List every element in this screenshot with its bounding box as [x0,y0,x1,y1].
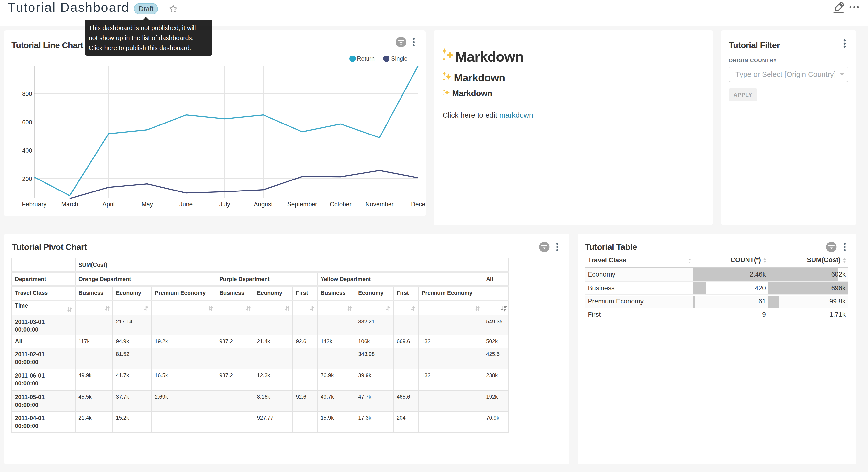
svg-text:August: August [254,201,273,208]
svg-text:800: 800 [22,90,32,97]
svg-text:October: October [330,201,351,208]
svg-text:April: April [102,201,115,208]
svg-text:June: June [180,201,193,208]
svg-text:600: 600 [22,119,32,125]
svg-text:February: February [22,201,47,208]
svg-text:May: May [141,201,153,208]
svg-text:200: 200 [22,176,32,182]
svg-text:July: July [219,201,230,208]
svg-text:November: November [365,201,394,208]
svg-text:September: September [287,201,317,208]
svg-text:Dece: Dece [411,201,425,208]
svg-text:March: March [61,201,78,208]
svg-text:400: 400 [22,147,32,154]
